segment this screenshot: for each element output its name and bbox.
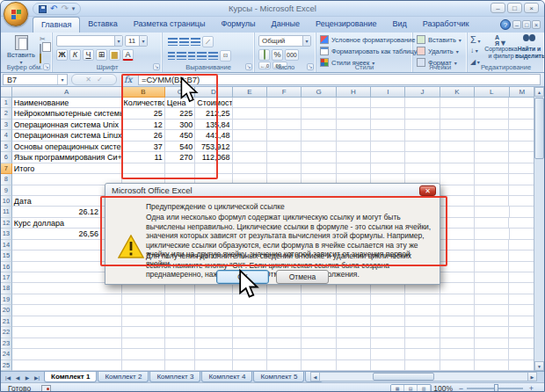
align-top-icon[interactable] <box>168 38 178 46</box>
col-header-M[interactable]: M <box>510 87 536 98</box>
cell-L16[interactable] <box>475 262 509 272</box>
cell-L21[interactable] <box>475 316 509 327</box>
cell-J1[interactable] <box>405 98 440 108</box>
cell-B20[interactable] <box>122 305 165 316</box>
col-header-L[interactable]: L <box>475 87 509 98</box>
cell-J22[interactable] <box>405 327 440 338</box>
sheet-tab-Комплект 4[interactable]: Комплект 4 <box>201 372 252 382</box>
row-header-19[interactable]: 19 <box>1 294 12 305</box>
cell-D24[interactable] <box>195 349 232 359</box>
cell-A6[interactable]: Язык программирования Си++ <box>12 152 122 163</box>
sheet-tab-Комплект 3[interactable]: Комплект 3 <box>149 372 200 382</box>
cell-F19[interactable] <box>267 294 302 305</box>
cell-D21[interactable] <box>195 316 232 327</box>
cell-H1[interactable] <box>337 98 371 108</box>
cell-K9[interactable] <box>440 185 475 196</box>
cell-A25[interactable] <box>12 360 122 371</box>
paste-button[interactable]: Вставить ▾ <box>6 34 36 62</box>
cell-H4[interactable] <box>337 130 371 141</box>
cell-J20[interactable] <box>405 305 440 316</box>
row-header-4[interactable]: 4 <box>1 130 12 141</box>
cell-B19[interactable] <box>122 294 165 305</box>
cell-A2[interactable]: Нейрокомпьютерные системы <box>12 108 122 119</box>
cell-L4[interactable] <box>475 130 509 141</box>
col-header-I[interactable]: I <box>371 87 405 98</box>
cell-K2[interactable] <box>440 108 475 119</box>
cell-L6[interactable] <box>475 152 509 163</box>
cell-K19[interactable] <box>440 294 475 305</box>
cell-L12[interactable] <box>475 218 509 229</box>
cell-M25[interactable] <box>509 360 535 371</box>
cell-K23[interactable] <box>440 338 475 349</box>
cell-D18[interactable] <box>195 283 232 294</box>
cell-M12[interactable] <box>509 218 535 229</box>
orientation-icon[interactable]: ⟋ <box>202 36 214 47</box>
cell-E4[interactable] <box>233 130 267 141</box>
cell-J25[interactable] <box>405 360 440 371</box>
cell-M24[interactable] <box>509 349 535 359</box>
col-header-F[interactable]: F <box>267 87 302 98</box>
align-bottom-icon[interactable] <box>191 38 200 46</box>
cell-D22[interactable] <box>195 327 232 338</box>
delete-cells-button[interactable]: Удалить▾ <box>417 46 459 56</box>
restore-button[interactable]: □ <box>507 3 522 13</box>
tab-Разработчик[interactable]: Разработчик <box>415 17 476 33</box>
vertical-scroll-thumb[interactable] <box>534 98 544 159</box>
cell-J6[interactable] <box>405 152 440 163</box>
cell-M7[interactable] <box>509 163 535 174</box>
cell-B18[interactable] <box>122 283 165 294</box>
cell-I2[interactable] <box>371 108 405 119</box>
cell-J19[interactable] <box>405 294 440 305</box>
cell-I3[interactable] <box>371 120 405 130</box>
font-name-select[interactable]: ▾ <box>56 35 123 47</box>
cell-M11[interactable] <box>510 207 535 217</box>
page-break-view-icon[interactable]: ▥ <box>418 385 431 392</box>
percent-style-button[interactable]: % <box>272 49 283 61</box>
cell-F23[interactable] <box>267 338 302 349</box>
cell-G25[interactable] <box>302 360 336 371</box>
col-header-J[interactable]: J <box>405 87 440 98</box>
cell-M19[interactable] <box>509 294 535 305</box>
cell-G1[interactable] <box>302 98 336 108</box>
font-color-button[interactable]: А <box>122 49 134 61</box>
row-header-15[interactable]: 15 <box>1 250 12 261</box>
tab-Разметка страницы[interactable]: Разметка страницы <box>126 17 214 33</box>
cell-L23[interactable] <box>475 338 509 349</box>
cell-J24[interactable] <box>405 349 440 359</box>
cell-E3[interactable] <box>233 120 267 130</box>
cell-A3[interactable]: Операционная система Unix <box>12 120 122 130</box>
cell-D19[interactable] <box>195 294 232 305</box>
cell-F4[interactable] <box>267 130 302 141</box>
cell-M14[interactable] <box>509 240 535 250</box>
cell-L8[interactable] <box>475 174 509 185</box>
borders-button[interactable]: ⊞ <box>96 49 107 61</box>
cell-I5[interactable] <box>371 142 405 152</box>
col-header-K[interactable]: K <box>440 87 475 98</box>
cell-E6[interactable] <box>233 152 267 163</box>
col-header-H[interactable]: H <box>337 87 371 98</box>
cell-M9[interactable] <box>509 185 535 196</box>
scroll-left-icon[interactable]: ◀ <box>310 372 320 381</box>
cell-F3[interactable] <box>267 120 302 130</box>
scroll-up-icon[interactable]: ▲ <box>534 87 544 97</box>
find-select-button[interactable]: Найти и выделить <box>515 34 543 59</box>
cell-I19[interactable] <box>371 294 405 305</box>
cell-F20[interactable] <box>267 305 302 316</box>
align-left-icon[interactable] <box>168 52 175 60</box>
row-header-7[interactable]: 7 <box>1 163 12 174</box>
cell-G7[interactable] <box>302 163 336 174</box>
row-header-20[interactable]: 20 <box>1 305 12 316</box>
horizontal-scrollbar[interactable]: ◀ ▶ <box>310 372 537 381</box>
dialog-close-icon[interactable]: ✕ <box>419 185 436 196</box>
cell-F2[interactable] <box>267 108 302 119</box>
cell-M1[interactable] <box>509 98 535 108</box>
copy-icon[interactable] <box>40 45 49 53</box>
cell-K22[interactable] <box>440 327 475 338</box>
cell-H19[interactable] <box>337 294 371 305</box>
cancel-entry-icon[interactable]: ✕ <box>85 76 91 83</box>
italic-button[interactable]: К <box>69 49 81 61</box>
cell-K1[interactable] <box>440 98 475 108</box>
align-center-icon[interactable] <box>177 52 186 60</box>
cell-I4[interactable] <box>371 130 405 141</box>
cell-A21[interactable] <box>12 316 122 327</box>
